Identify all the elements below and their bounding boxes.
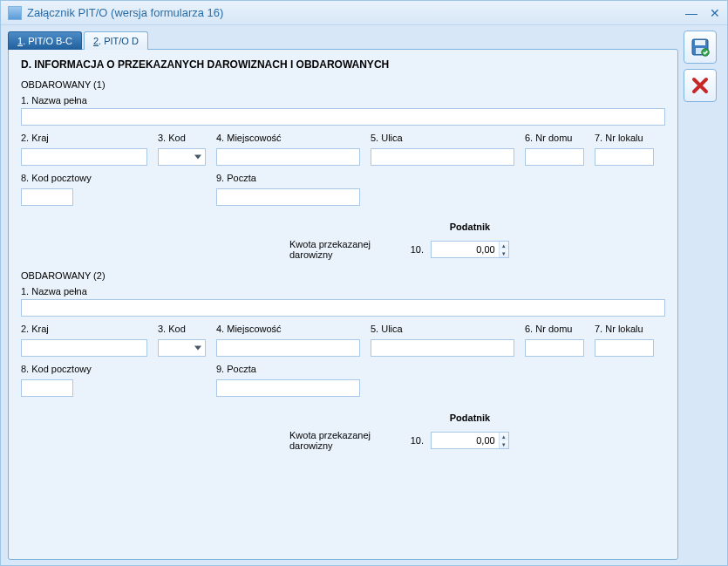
nrdomu-input[interactable]: [525, 148, 584, 166]
nrlokalu-input[interactable]: [595, 148, 654, 166]
nrlokalu-input[interactable]: [595, 339, 654, 357]
close-button[interactable]: ✕: [710, 6, 720, 20]
poczta-label: 9. Poczta: [216, 364, 360, 374]
kraj-input[interactable]: [21, 339, 147, 357]
nrdomu-input[interactable]: [525, 339, 584, 357]
poczta-input[interactable]: [216, 188, 360, 206]
floppy-disk-icon: [690, 37, 711, 58]
kwota-spinner[interactable]: ▲▼: [431, 241, 509, 258]
nazwa-label: 1. Nazwa pełna: [21, 95, 665, 106]
svg-rect-1: [695, 40, 705, 45]
kod-combo[interactable]: [158, 339, 206, 357]
nazwa-input[interactable]: [21, 108, 665, 126]
podatnik-header: Podatnik: [431, 222, 509, 232]
window-controls: — ✕: [685, 6, 720, 20]
ulica-input[interactable]: [371, 339, 514, 357]
miejscowosc-input[interactable]: [216, 148, 360, 166]
nrdomu-label: 6. Nr domu: [525, 324, 584, 334]
kwota-label: Kwota przekazanej darowizny: [289, 430, 394, 451]
kod-label: 3. Kod: [158, 133, 206, 143]
ulica-label: 5. Ulica: [371, 324, 514, 334]
ulica-label: 5. Ulica: [371, 133, 514, 143]
kraj-label: 2. Kraj: [21, 133, 147, 143]
kwota-spinner[interactable]: ▲▼: [431, 432, 509, 449]
podatnik-header: Podatnik: [431, 413, 509, 423]
kod-combo[interactable]: [158, 148, 206, 166]
body-area: 1 . PIT/O B-C 2 . PIT/O D D. INFORMACJA …: [1, 25, 727, 565]
titlebar: Załącznik PIT/O (wersja formularza 16) —…: [1, 1, 727, 25]
form-panel: D. INFORMACJA O PRZEKAZANYCH DAROWIZNACH…: [8, 49, 678, 560]
miejscowosc-label: 4. Miejscowość: [216, 324, 360, 334]
window-root: Załącznik PIT/O (wersja formularza 16) —…: [0, 0, 728, 566]
miejscowosc-input[interactable]: [216, 339, 360, 357]
save-button[interactable]: [684, 31, 717, 64]
spinner-up-icon[interactable]: ▲: [500, 242, 508, 249]
nazwa-input[interactable]: [21, 299, 665, 317]
right-toolbar: [684, 31, 720, 560]
recipient-heading: OBDAROWANY (1): [21, 79, 665, 90]
kodpoczt-label: 8. Kod pocztowy: [21, 364, 147, 374]
kwota-number: 10.: [399, 435, 425, 446]
tab-pito-d[interactable]: 2 . PIT/O D: [84, 31, 148, 50]
kodpoczt-label: 8. Kod pocztowy: [21, 173, 147, 183]
kod-label: 3. Kod: [158, 324, 206, 334]
poczta-input[interactable]: [216, 379, 360, 397]
nazwa-label: 1. Nazwa pełna: [21, 286, 665, 297]
kwota-input[interactable]: [432, 242, 499, 257]
amount-block: Podatnik Kwota przekazanej darowizny 10.…: [21, 222, 509, 260]
tab-strip: 1 . PIT/O B-C 2 . PIT/O D: [8, 31, 678, 50]
kraj-label: 2. Kraj: [21, 324, 147, 334]
kwota-input[interactable]: [432, 433, 499, 448]
tab-pito-bc[interactable]: 1 . PIT/O B-C: [8, 31, 82, 50]
spinner-up-icon[interactable]: ▲: [500, 433, 508, 440]
recipient-block-2: OBDAROWANY (2) 1. Nazwa pełna 2. Kraj 3.…: [21, 270, 665, 451]
kwota-number: 10.: [399, 244, 425, 255]
amount-block: Podatnik Kwota przekazanej darowizny 10.…: [21, 413, 509, 451]
minimize-button[interactable]: —: [685, 6, 697, 20]
close-icon: [690, 75, 711, 96]
kraj-input[interactable]: [21, 148, 147, 166]
app-icon: [8, 6, 22, 20]
poczta-label: 9. Poczta: [216, 173, 360, 183]
left-column: 1 . PIT/O B-C 2 . PIT/O D D. INFORMACJA …: [8, 31, 678, 560]
miejscowosc-label: 4. Miejscowość: [216, 133, 360, 143]
nrlokalu-label: 7. Nr lokalu: [595, 324, 654, 334]
spinner-down-icon[interactable]: ▼: [500, 440, 508, 448]
kodpoczt-input[interactable]: [21, 188, 73, 206]
recipient-heading: OBDAROWANY (2): [21, 270, 665, 281]
cancel-button[interactable]: [684, 69, 717, 102]
spinner-down-icon[interactable]: ▼: [500, 249, 508, 257]
nrdomu-label: 6. Nr domu: [525, 133, 584, 143]
section-title: D. INFORMACJA O PRZEKAZANYCH DAROWIZNACH…: [21, 58, 665, 71]
ulica-input[interactable]: [371, 148, 514, 166]
kwota-label: Kwota przekazanej darowizny: [289, 239, 394, 260]
recipient-block-1: OBDAROWANY (1) 1. Nazwa pełna 2. Kraj 3.…: [21, 79, 665, 260]
kodpoczt-input[interactable]: [21, 379, 73, 397]
nrlokalu-label: 7. Nr lokalu: [595, 133, 654, 143]
window-title: Załącznik PIT/O (wersja formularza 16): [27, 6, 223, 19]
